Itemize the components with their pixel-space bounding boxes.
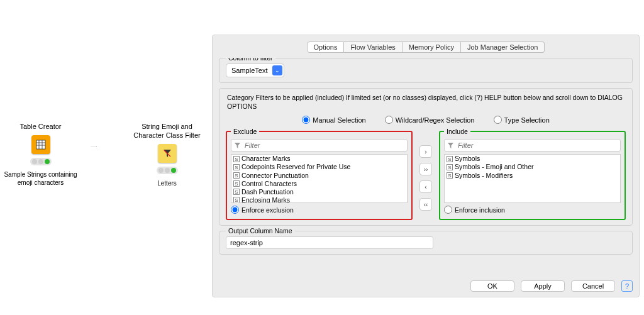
svg-rect-0 (36, 140, 45, 149)
filter-icon (158, 144, 177, 163)
category-filters-group: Category Filters to be applied (included… (219, 88, 633, 226)
column-select[interactable]: SampleText ⌄ (226, 64, 284, 77)
list-item: SSymbols (445, 155, 620, 163)
transfer-buttons: › ›› ‹ ‹‹ (416, 128, 435, 211)
radio-type[interactable]: Type Selection (494, 116, 550, 124)
exclude-listbox[interactable]: SCharacter Marks SCodepoints Reserved fo… (231, 154, 408, 203)
exclude-filter-input[interactable] (243, 141, 404, 150)
node-subtitle: Letters (157, 179, 177, 187)
tab-job-manager[interactable]: Job Manager Selection (461, 41, 545, 53)
tab-options[interactable]: Options (307, 41, 345, 53)
group-title: Output Column Name (226, 227, 295, 235)
node-table-creator[interactable]: Table Creator Sample Strings containing … (0, 123, 81, 187)
connector-arrow (68, 146, 119, 147)
table-icon (31, 135, 50, 154)
list-item: SEnclosing Marks (231, 196, 407, 203)
list-item: SControl Characters (231, 180, 407, 188)
enforce-inclusion[interactable]: Enforce inclusion (444, 206, 505, 214)
selection-mode-radios: Manual Selection Wildcard/Regex Selectio… (226, 116, 626, 124)
exclude-panel: Exclude SCharacter Marks SCodepoints Res… (226, 128, 413, 220)
svg-marker-6 (96, 146, 97, 147)
config-dialog: Options Flow Variables Memory Policy Job… (212, 35, 640, 297)
chevron-down-icon: ⌄ (272, 65, 282, 75)
tab-bar: Options Flow Variables Memory Policy Job… (213, 35, 639, 58)
node-status-lights (30, 158, 52, 165)
node-string-emoji-filter[interactable]: String Emoji and Character Class Filter … (126, 123, 208, 187)
list-item: SDash Punctuation (231, 188, 407, 196)
include-filter[interactable] (444, 139, 621, 152)
radio-manual[interactable]: Manual Selection (302, 116, 365, 124)
help-text: Category Filters to be applied (included… (226, 91, 626, 116)
list-item: SConnector Punctuation (231, 172, 407, 180)
svg-marker-9 (235, 143, 240, 148)
move-left-button[interactable]: ‹ (419, 180, 432, 193)
tab-flow-variables[interactable]: Flow Variables (344, 41, 402, 53)
help-button[interactable]: ? (621, 280, 633, 292)
include-panel: Include SSymbols SSymbols - Emoji and Ot… (439, 128, 626, 220)
workflow-canvas: Table Creator Sample Strings containing … (0, 123, 208, 187)
output-column-input[interactable] (226, 236, 433, 249)
include-filter-input[interactable] (457, 141, 618, 150)
list-item: SCharacter Marks (231, 155, 407, 163)
apply-button[interactable]: Apply (521, 280, 565, 292)
list-item: SSymbols - Emoji and Other (445, 163, 620, 171)
ok-button[interactable]: OK (470, 280, 514, 292)
exclude-legend: Exclude (231, 128, 259, 135)
group-title: Column to filter (226, 58, 275, 62)
move-all-left-button[interactable]: ‹‹ (419, 198, 432, 211)
cancel-button[interactable]: Cancel (571, 280, 615, 292)
node-title: Table Creator (19, 123, 61, 131)
include-legend: Include (444, 128, 470, 135)
move-all-right-button[interactable]: ›› (419, 163, 432, 175)
node-status-lights (157, 167, 178, 174)
tab-memory-policy[interactable]: Memory Policy (402, 41, 461, 53)
dialog-button-bar: OK Apply Cancel ? (213, 277, 639, 297)
funnel-icon (234, 142, 241, 149)
column-filter-group: Column to filter SampleText ⌄ (219, 58, 633, 83)
radio-wildcard[interactable]: Wildcard/Regex Selection (385, 116, 475, 124)
move-right-button[interactable]: › (419, 145, 432, 158)
list-item: SSymbols - Modifiers (445, 172, 620, 180)
svg-marker-10 (448, 143, 453, 148)
column-select-value: SampleText (231, 67, 267, 74)
node-subtitle: Sample Strings containing emoji characte… (0, 170, 81, 187)
include-listbox[interactable]: SSymbols SSymbols - Emoji and Other SSym… (444, 154, 621, 203)
list-item: SCodepoints Reserved for Private Use (231, 163, 407, 171)
output-column-group: Output Column Name (219, 231, 633, 255)
enforce-exclusion[interactable]: Enforce exclusion (231, 206, 294, 214)
exclude-filter[interactable] (231, 139, 408, 152)
funnel-icon (447, 142, 454, 149)
node-title: String Emoji and Character Class Filter (126, 123, 208, 140)
